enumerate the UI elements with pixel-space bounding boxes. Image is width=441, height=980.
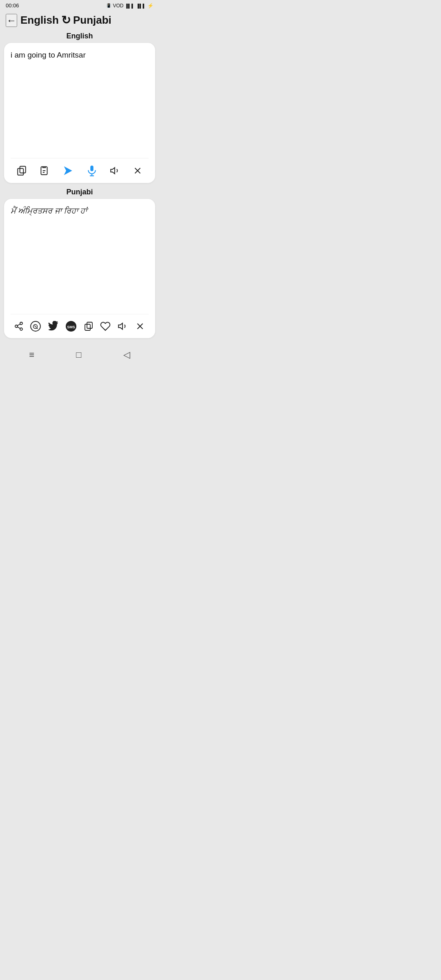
- svg-point-15: [31, 321, 40, 331]
- back-nav-button[interactable]: ◁: [119, 347, 134, 363]
- vibrate-icon: 📳: [106, 3, 111, 8]
- swap-icon[interactable]: ↻: [61, 13, 71, 27]
- target-text: ਮੈਂ ਅੰਮ੍ਰਿਤਸਰ ਜਾ ਰਿਹਾ ਹਾਂ: [11, 205, 149, 312]
- top-nav: ← English ↻ Punjabi: [0, 10, 159, 32]
- svg-rect-19: [85, 324, 90, 330]
- back-button[interactable]: ←: [6, 14, 17, 27]
- target-speaker-button[interactable]: [115, 319, 131, 333]
- home-button[interactable]: □: [72, 347, 85, 363]
- status-icons: 📳 VOD ▐▌▌ ▐▌▌ ⚡: [106, 3, 154, 9]
- svg-rect-18: [87, 322, 92, 328]
- mic-button[interactable]: [83, 163, 100, 178]
- source-action-row: [11, 158, 149, 179]
- svg-marker-7: [111, 167, 115, 174]
- target-clear-button[interactable]: [132, 319, 148, 333]
- svg-rect-1: [18, 169, 24, 175]
- target-card: ਮੈਂ ਅੰਮ੍ਰਿਤਸਰ ਜਾ ਰਿਹਾ ਹਾਂ: [4, 199, 155, 338]
- whatsapp-button[interactable]: [28, 319, 43, 333]
- target-copy-button[interactable]: [81, 320, 96, 333]
- sms-button[interactable]: SMS: [62, 318, 80, 334]
- svg-rect-0: [20, 166, 26, 173]
- target-action-row: SMS: [11, 314, 149, 334]
- source-card: i am going to Amritsar: [4, 43, 155, 183]
- translate-button[interactable]: [59, 163, 77, 179]
- nav-title: English ↻ Punjabi: [20, 13, 111, 27]
- bottom-nav: ≡ □ ◁: [0, 343, 159, 368]
- signal-icons: VOD ▐▌▌ ▐▌▌ ⚡: [113, 3, 154, 9]
- source-clear-button[interactable]: [130, 164, 145, 178]
- svg-marker-3: [64, 166, 72, 175]
- target-section-label: Punjabi: [0, 188, 159, 196]
- svg-rect-4: [91, 166, 94, 172]
- svg-point-12: [20, 328, 22, 330]
- svg-line-14: [18, 324, 20, 326]
- source-section-label: English: [0, 32, 159, 40]
- source-speaker-button[interactable]: [107, 164, 123, 178]
- svg-point-11: [15, 325, 18, 327]
- menu-button[interactable]: ≡: [25, 347, 38, 363]
- source-lang-label: English: [20, 14, 59, 27]
- share-button[interactable]: [11, 320, 26, 333]
- twitter-button[interactable]: [45, 319, 61, 333]
- status-bar: 00:06 📳 VOD ▐▌▌ ▐▌▌ ⚡: [0, 0, 159, 10]
- paste-button[interactable]: [36, 164, 52, 178]
- status-time: 00:06: [6, 2, 19, 9]
- target-lang-label: Punjabi: [73, 14, 111, 27]
- source-text[interactable]: i am going to Amritsar: [11, 49, 149, 156]
- svg-point-10: [20, 322, 22, 325]
- svg-text:SMS: SMS: [67, 325, 75, 329]
- favorite-button[interactable]: [98, 319, 113, 333]
- svg-marker-20: [118, 323, 122, 329]
- svg-line-13: [18, 327, 20, 329]
- copy-button[interactable]: [14, 164, 29, 178]
